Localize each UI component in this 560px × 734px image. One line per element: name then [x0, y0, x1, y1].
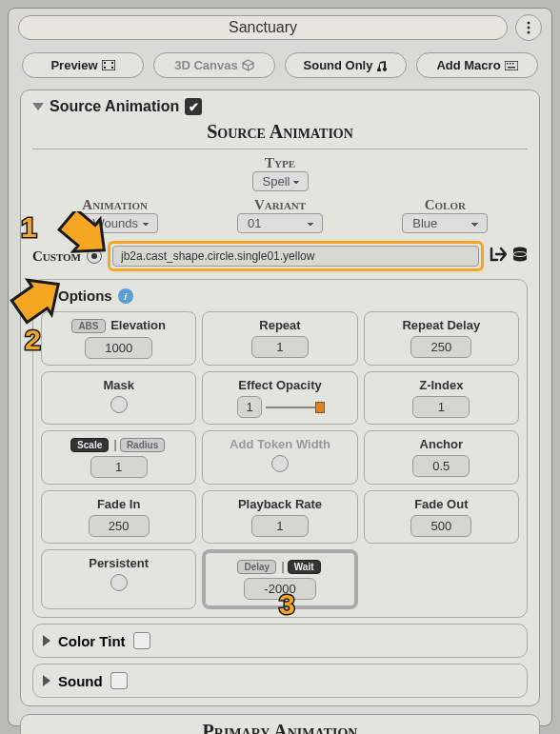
token-width-toggle[interactable]	[271, 455, 289, 472]
sound-row[interactable]: Sound	[32, 664, 528, 698]
svg-rect-9	[507, 63, 509, 65]
zindex-input[interactable]: 1	[412, 396, 470, 418]
tab-macro-label: Add Macro	[436, 58, 500, 72]
content-area: Source Animation ✔ Source Animation Type…	[9, 84, 551, 734]
scale-input[interactable]: 1	[90, 456, 148, 478]
fadeout-cell: Fade Out 500	[364, 490, 519, 544]
delay-btn[interactable]: Delay	[237, 560, 276, 574]
chevron-right-icon	[43, 635, 50, 646]
database-icon[interactable]	[512, 247, 528, 267]
svg-rect-7	[111, 67, 113, 69]
svg-rect-10	[510, 63, 511, 65]
options-grid: ABS Elevation 1000 Repeat 1 Repeat Delay…	[41, 311, 519, 609]
animation-select[interactable]: e Wounds	[72, 213, 158, 233]
divider	[32, 149, 528, 149]
playback-cell: Playback Rate 1	[202, 490, 357, 544]
color-select[interactable]: Blue	[402, 213, 488, 233]
primary-title: Primary Animation	[32, 721, 528, 734]
abs-badge[interactable]: ABS	[71, 319, 105, 333]
tab-canvas-label: 3D Canvas	[174, 58, 237, 72]
custom-radio[interactable]	[87, 248, 102, 264]
avc-row: Animation e Wounds Variant 01 Color Blue	[32, 197, 528, 233]
repeat-delay-cell: Repeat Delay 250	[364, 311, 519, 366]
chevron-right-icon	[43, 675, 50, 686]
anchor-input[interactable]: 0.5	[412, 455, 470, 477]
repeat-input[interactable]: 1	[251, 336, 309, 358]
elevation-input[interactable]: 1000	[85, 337, 152, 359]
opacity-input[interactable]: 1	[237, 396, 261, 418]
source-enabled-checkbox[interactable]: ✔	[185, 98, 202, 115]
custom-row: Custom	[32, 241, 528, 271]
delay-wait-cell: Delay|Wait -2000	[202, 549, 357, 609]
color-tint-checkbox[interactable]	[133, 632, 150, 649]
anchor-cell: Anchor 0.5	[364, 430, 519, 485]
fadein-cell: Fade In 250	[41, 490, 196, 544]
opacity-cell: Effect Opacity 1	[202, 371, 357, 425]
svg-rect-8	[505, 61, 518, 70]
persistent-toggle[interactable]	[110, 574, 128, 591]
film-icon	[102, 60, 115, 70]
options-header[interactable]: Options i	[41, 288, 519, 304]
sound-label: Sound	[58, 673, 103, 689]
repeat-cell: Repeat 1	[202, 311, 357, 366]
fadein-label: Fade In	[48, 497, 190, 511]
chevron-down-icon	[32, 103, 44, 110]
svg-rect-5	[104, 67, 106, 69]
titlebar: Sanctuary	[9, 9, 551, 47]
tab-sound[interactable]: Sound Only	[285, 52, 407, 78]
opacity-label: Effect Opacity	[209, 378, 350, 392]
kebab-icon	[527, 21, 530, 34]
custom-label: Custom	[32, 248, 81, 265]
opacity-slider[interactable]	[266, 407, 323, 408]
fadeout-input[interactable]: 500	[410, 515, 471, 537]
animation-label: Animation	[32, 197, 197, 213]
repeat-delay-label: Repeat Delay	[370, 318, 512, 332]
elevation-label: Elevation	[110, 318, 166, 332]
mask-label: Mask	[48, 378, 190, 392]
scale-btn[interactable]: Scale	[70, 438, 109, 452]
color-tint-label: Color Tint	[58, 633, 126, 649]
tab-preview[interactable]: Preview	[22, 52, 144, 78]
color-label: Color	[363, 197, 528, 213]
import-icon[interactable]	[490, 247, 507, 267]
custom-path-highlight	[108, 241, 484, 271]
tab-sound-label: Sound Only	[304, 58, 373, 72]
svg-point-0	[528, 22, 530, 25]
svg-point-2	[528, 31, 530, 34]
persistent-label: Persistent	[48, 556, 190, 570]
color-tint-row[interactable]: Color Tint	[32, 624, 528, 658]
variant-select[interactable]: 01	[237, 213, 323, 233]
elevation-cell: ABS Elevation 1000	[41, 311, 196, 366]
primary-animation-panel: Primary Animation	[20, 714, 540, 734]
fadein-input[interactable]: 250	[89, 515, 150, 537]
token-width-cell: Add Token Width	[202, 430, 357, 485]
svg-rect-4	[104, 62, 106, 64]
repeat-delay-input[interactable]: 250	[410, 336, 471, 358]
playback-input[interactable]: 1	[251, 515, 309, 537]
custom-path-input[interactable]	[112, 246, 479, 267]
wait-btn[interactable]: Wait	[288, 560, 321, 574]
zindex-label: Z-Index	[370, 378, 512, 392]
info-icon[interactable]: i	[118, 288, 133, 304]
options-panel: Options i ABS Elevation 1000 Repeat 1 Re…	[32, 279, 528, 618]
menu-button[interactable]	[515, 14, 542, 41]
fadeout-label: Fade Out	[370, 497, 512, 511]
svg-rect-11	[512, 63, 514, 65]
source-header-label: Source Animation	[50, 98, 179, 115]
window-title: Sanctuary	[18, 15, 508, 40]
type-select[interactable]: Spell	[252, 171, 309, 191]
source-panel-header[interactable]: Source Animation ✔	[32, 98, 528, 115]
delay-wait-input[interactable]: -2000	[244, 578, 315, 600]
sound-checkbox[interactable]	[110, 672, 128, 689]
tab-canvas[interactable]: 3D Canvas	[153, 52, 275, 78]
tab-macro[interactable]: Add Macro	[416, 52, 538, 78]
mask-toggle[interactable]	[110, 396, 128, 413]
mask-cell: Mask	[41, 371, 196, 425]
anchor-label: Anchor	[370, 437, 512, 451]
scale-cell: Scale|Radius 1	[41, 430, 196, 485]
cube-icon	[242, 59, 254, 71]
radius-btn[interactable]: Radius	[120, 438, 165, 452]
options-header-label: Options	[58, 288, 112, 304]
empty-cell	[364, 549, 519, 609]
token-width-label: Add Token Width	[209, 437, 350, 451]
